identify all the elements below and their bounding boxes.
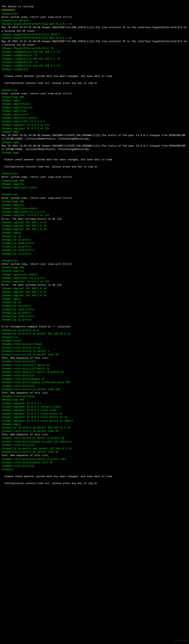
terminal-line: [Huawei]ip ipv6-prefix (2, 315, 187, 318)
terminal-line: [Huawei-bgp]route-select (2, 207, 187, 210)
terminal-line: Error: The peer already exists in AS 123… (2, 217, 187, 221)
terminal-line: [Huawei]ip ip-prefix pv p (2, 329, 187, 332)
terminal-line: [Huawei] (2, 468, 187, 471)
terminal-line: Enter system view, return user view with… (2, 196, 187, 200)
terminal-line: [Huawei]bgp 400 (2, 96, 187, 99)
terminal-line (2, 322, 187, 325)
terminal-line: [Huawei-bgp] (2, 141, 187, 144)
terminal-line: [Huawei-bgp]rou (2, 182, 187, 186)
terminal-line: [Huawei]route-policy pv permit n (2, 350, 187, 353)
terminal-line: [Huawei-route-policy]if-match ip (2, 364, 187, 367)
terminal-line: [Huawei-bgp]net 192.168.2.0 24 (2, 224, 187, 228)
terminal-line: [Huawei-bgp]net 192.168.1.0 24 (2, 221, 187, 224)
terminal-line: ######### (2, 8, 187, 12)
terminal-line: [Huawei]bgp 400 (2, 179, 187, 182)
terminal-line: [Huawei-bgp]q (2, 231, 187, 234)
terminal-line: [Huawei-route-policy]apply as-path 123 a… (2, 440, 187, 444)
terminal-line: [Huawei-bgp]net 192.168.3.0 24 (2, 294, 187, 297)
terminal-line: May 29 2024 16:02:19-08:00 Huawei %%01BG… (2, 144, 187, 151)
terminal-line: [Huawei]ip ip-prefix (2, 318, 187, 322)
terminal-line: Enter system view, return user view with… (2, 176, 187, 179)
terminal-line: <Huawei>sys (2, 193, 187, 196)
terminal-line: [Huawei-bgp]route-select (2, 186, 187, 190)
terminal-line: Please check whether system data has bee… (2, 475, 187, 478)
terminal-line: [Huawei]rou (2, 336, 187, 339)
terminal-line: [Huawei-route-policy]if-match ip-prefix … (2, 370, 187, 374)
terminal-line: [Huawei-bgp]route-select (2, 273, 187, 276)
terminal-line: [Huawei]int g0/0/0 (2, 19, 187, 22)
terminal-line: Info: New Sequence of this List. (2, 454, 187, 457)
terminal-line: [Huawei]ip ip-prefix (2, 304, 187, 308)
terminal-line: [Huawei-bgp]s (2, 99, 187, 102)
terminal-line: [Huawei]route-policy-change (2, 342, 187, 346)
terminal-line: Enter system view, return user view with… (2, 262, 187, 266)
terminal-line: [Huawei-bgp]peer 24.0.0.2 as 123 (2, 280, 187, 283)
terminal-line: [Huawei-bgp]peer 34.0.0.2 as 123 (2, 127, 187, 130)
terminal-line: [Huawei-LoopBack2]ip add 192.168.3.1 24 (2, 64, 187, 68)
terminal-line: [Huawei]route-policy pv permit node 100 (2, 388, 187, 391)
terminal-line: Enter system view, return user view with… (2, 16, 187, 19)
terminal-line: [Huawei-bgp]peer 24.0.0.2 route-policy p… (2, 416, 187, 419)
terminal-line: [Huawei-GigabitEthernet0/0/0]ip add 24.0… (2, 22, 187, 26)
terminal-line: [Huawei-route-policy]q (2, 444, 187, 447)
terminal-line: [Huawei-LoopBack0]ip add 192.168.1.1 24 (2, 50, 187, 54)
terminal-line: [Huawei]route-policy ap permit node 20 (2, 430, 187, 433)
terminal-line (2, 71, 187, 74)
terminal-line: Error:Incomplete command found at '^' po… (2, 325, 187, 328)
terminal-line (2, 154, 187, 158)
terminal-line: [Huawei-bgp]router-id 4.4.4.4 (2, 276, 187, 280)
terminal-line: [Huawei-bgp]reflector (2, 106, 187, 110)
terminal-line: [Huawei-GigabitEthernet0/0/0]int g0/0/1 (2, 33, 187, 36)
terminal-line (2, 190, 187, 193)
terminal-line: <Huawei>sys (2, 259, 187, 262)
terminal-line: Info: New Sequence of this List. (2, 433, 187, 436)
terminal-line: [Huawei-route-policy]q (2, 395, 187, 398)
terminal-line: Enter system view, return user view with… (2, 92, 187, 96)
terminal-line: [Huawei-bgp]peer 24.0.0.2 route-policy p… (2, 412, 187, 416)
terminal-line: May 29 2024 16:01:10-08:00 Huawei %%01BG… (2, 134, 187, 140)
terminal-line: [Huawei]ip ip-prefix ap permit 192.168.1… (2, 426, 187, 430)
watermark-label: CSDN Driver (174, 640, 187, 642)
terminal-line: [Huawei-bgp] (2, 151, 187, 154)
terminal-line: [Huawei-route-policy]if (2, 360, 187, 363)
terminal-line: Configuration console time out, please p… (2, 82, 187, 85)
terminal-line: [Huawei-bgp]route-select (2, 116, 187, 120)
terminal-line: [Huawei]ip ip-prefix (2, 311, 187, 315)
terminal-line: [Huawei-bgp]peer 24.0.0.2 route-limit (2, 409, 187, 412)
terminal-line: [Huawei]ip ip-prefix _ (2, 252, 187, 256)
terminal-line: [Huawei-bgp] (2, 130, 187, 134)
terminal-line: [Huawei]ip ipv6-prefix (2, 242, 187, 245)
terminal-line: [Huawei-bgp]peer 24.0.0.2 as 123 (2, 124, 187, 127)
terminal-line: [Huawei]ip ip (2, 301, 187, 304)
terminal-line: Info: New Sequence of this List. (2, 356, 187, 360)
terminal-line: <Huawei>sys (2, 88, 187, 92)
terminal-line: [Huawei-bgp]rou (2, 270, 187, 273)
terminal-line: [Huawei-bgp]peer 24.0.0.2 as 123 (2, 214, 187, 217)
terminal-line: [Huawei]ip ip-prefix med permit 192.168.… (2, 447, 187, 450)
terminal-line: [Huawei-route-policy]a (2, 374, 187, 377)
terminal-line: [Huawei-route-policy]apply cost 20 (2, 461, 187, 464)
terminal-line: [Huawei-route-policy]if-match ip-prefix … (2, 458, 187, 461)
terminal-line (2, 78, 187, 82)
terminal-line: [Huawei]route-policy pv permit node 10 (2, 353, 187, 356)
terminal-line (2, 162, 187, 165)
terminal-line: [Huawei-GigabitEthernet0/0/1]int 10 (2, 47, 187, 50)
terminal-line: [Huawei]bgp 400 (2, 398, 187, 402)
terminal-line: [Huawei-route-policy]if-match ip-prefix … (2, 436, 187, 440)
terminal-line: [Huawei-bgp]peer 24.0.0.2 reflect-client (2, 405, 187, 409)
terminal-line: [Huawei-bgp]peer 24.0.0.2 route-policy p… (2, 419, 187, 423)
terminal-line: [Huawei-bgp]reflect (2, 102, 187, 106)
terminal-line (2, 471, 187, 475)
terminal-line: The device is running! (2, 5, 187, 8)
terminal-line: [Huawei]route- (2, 339, 187, 342)
terminal-line: Please check whether system data has bee… (2, 158, 187, 162)
terminal-line: [Huawei-route-policy]q (2, 464, 187, 468)
terminal-line: [Huawei-route-policy]apply preferred-val… (2, 381, 187, 384)
terminal-line: May 29 2024 15:51:22-08:00 Huawei %%01IF… (2, 26, 187, 33)
terminal-line: [Huawei-bgp]q (2, 423, 187, 426)
terminal-line: Configuration console time out, please p… (2, 165, 187, 168)
terminal-line: [Huawei-bgp]net 192.168.3.0 24 (2, 228, 187, 231)
terminal-line: [Huawei-LoopBack2] (2, 68, 187, 71)
terminal-line: [Huawei-bgp]q (2, 297, 187, 301)
terminal-line: [Huawei-route-policy]q (2, 384, 187, 388)
